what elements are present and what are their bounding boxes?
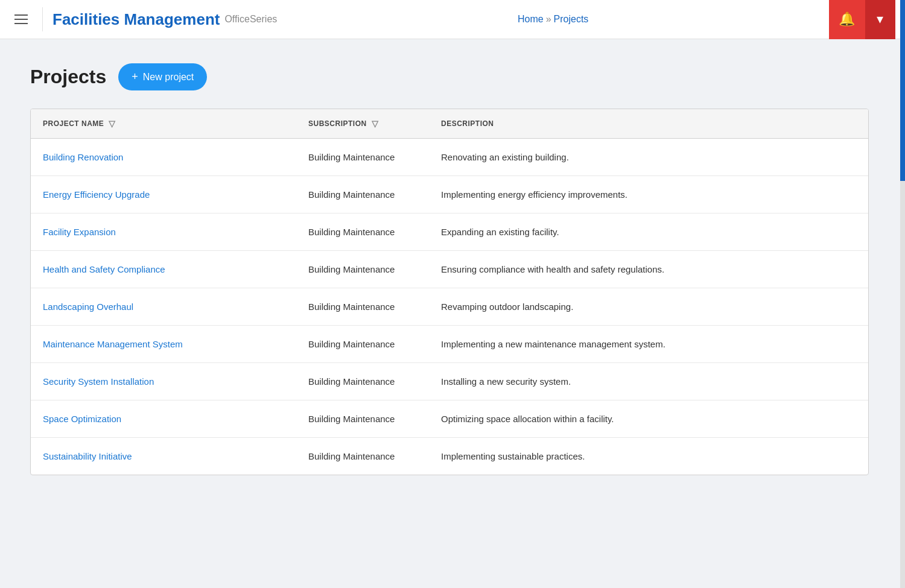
dropdown-button[interactable]: ▾ <box>865 0 895 39</box>
hamburger-menu-icon[interactable] <box>10 10 33 29</box>
subscription-cell: Building Maintenance <box>296 288 429 326</box>
app-title: Facilities Management <box>52 10 220 29</box>
description-cell: Expanding an existing facility. <box>429 213 868 251</box>
app-subtitle: OfficeSeries <box>224 14 277 25</box>
col-header-project-name[interactable]: PROJECT NAME ▽ <box>31 109 296 139</box>
table-row: Sustainability InitiativeBuilding Mainte… <box>31 438 868 475</box>
description-cell: Implementing a new maintenance managemen… <box>429 326 868 363</box>
subscription-cell: Building Maintenance <box>296 176 429 213</box>
bell-icon: 🔔 <box>839 11 855 27</box>
description-cell: Installing a new security system. <box>429 363 868 400</box>
filter-icon-project-name[interactable]: ▽ <box>109 119 116 128</box>
project-name-cell[interactable]: Landscaping Overhaul <box>31 288 296 326</box>
subscription-cell: Building Maintenance <box>296 438 429 475</box>
notifications-button[interactable]: 🔔 <box>829 0 865 39</box>
col-header-subscription[interactable]: SUBSCRIPTION ▽ <box>296 109 429 139</box>
description-cell: Renovating an existing building. <box>429 139 868 176</box>
page-title: Projects <box>30 66 106 88</box>
page-header: Projects + New project <box>30 63 875 90</box>
subscription-cell: Building Maintenance <box>296 251 429 288</box>
table-row: Facility ExpansionBuilding MaintenanceEx… <box>31 213 868 251</box>
project-name-cell[interactable]: Building Renovation <box>31 139 296 176</box>
description-cell: Optimizing space allocation within a fac… <box>429 400 868 438</box>
new-project-label: New project <box>143 72 194 83</box>
table-row: Health and Safety ComplianceBuilding Mai… <box>31 251 868 288</box>
description-cell: Ensuring compliance with health and safe… <box>429 251 868 288</box>
project-name-cell[interactable]: Sustainability Initiative <box>31 438 296 475</box>
table-row: Maintenance Management SystemBuilding Ma… <box>31 326 868 363</box>
table-body: Building RenovationBuilding MaintenanceR… <box>31 139 868 475</box>
project-name-cell[interactable]: Health and Safety Compliance <box>31 251 296 288</box>
breadcrumb: Home » Projects <box>518 14 588 25</box>
filter-icon-subscription[interactable]: ▽ <box>372 119 379 128</box>
table-row: Building RenovationBuilding MaintenanceR… <box>31 139 868 176</box>
scrollbar-thumb[interactable] <box>900 0 905 181</box>
table-header: PROJECT NAME ▽ SUBSCRIPTION ▽ DESCRIPTIO… <box>31 109 868 139</box>
col-header-description: DESCRIPTION <box>429 109 868 139</box>
project-name-cell[interactable]: Maintenance Management System <box>31 326 296 363</box>
description-cell: Revamping outdoor landscaping. <box>429 288 868 326</box>
chevron-down-icon: ▾ <box>877 11 883 27</box>
subscription-cell: Building Maintenance <box>296 400 429 438</box>
project-name-cell[interactable]: Security System Installation <box>31 363 296 400</box>
header: Facilities Management OfficeSeries Home … <box>0 0 905 39</box>
projects-table: PROJECT NAME ▽ SUBSCRIPTION ▽ DESCRIPTIO… <box>31 109 868 475</box>
description-cell: Implementing sustainable practices. <box>429 438 868 475</box>
subscription-cell: Building Maintenance <box>296 139 429 176</box>
table-row: Space OptimizationBuilding MaintenanceOp… <box>31 400 868 438</box>
breadcrumb-home[interactable]: Home <box>518 14 544 25</box>
subscription-cell: Building Maintenance <box>296 213 429 251</box>
project-name-cell[interactable]: Space Optimization <box>31 400 296 438</box>
scrollbar-track[interactable] <box>900 0 905 588</box>
table-row: Security System InstallationBuilding Mai… <box>31 363 868 400</box>
main-content: Projects + New project PROJECT NAME ▽ <box>0 39 905 499</box>
description-cell: Implementing energy efficiency improveme… <box>429 176 868 213</box>
breadcrumb-separator: » <box>546 14 551 25</box>
table-row: Landscaping OverhaulBuilding Maintenance… <box>31 288 868 326</box>
header-divider <box>42 7 43 31</box>
plus-icon: + <box>132 71 138 83</box>
breadcrumb-current: Projects <box>554 14 589 25</box>
projects-table-container: PROJECT NAME ▽ SUBSCRIPTION ▽ DESCRIPTIO… <box>30 109 869 475</box>
header-actions: 🔔 ▾ <box>829 0 895 39</box>
subscription-cell: Building Maintenance <box>296 363 429 400</box>
subscription-cell: Building Maintenance <box>296 326 429 363</box>
table-row: Energy Efficiency UpgradeBuilding Mainte… <box>31 176 868 213</box>
new-project-button[interactable]: + New project <box>118 63 207 90</box>
project-name-cell[interactable]: Energy Efficiency Upgrade <box>31 176 296 213</box>
project-name-cell[interactable]: Facility Expansion <box>31 213 296 251</box>
